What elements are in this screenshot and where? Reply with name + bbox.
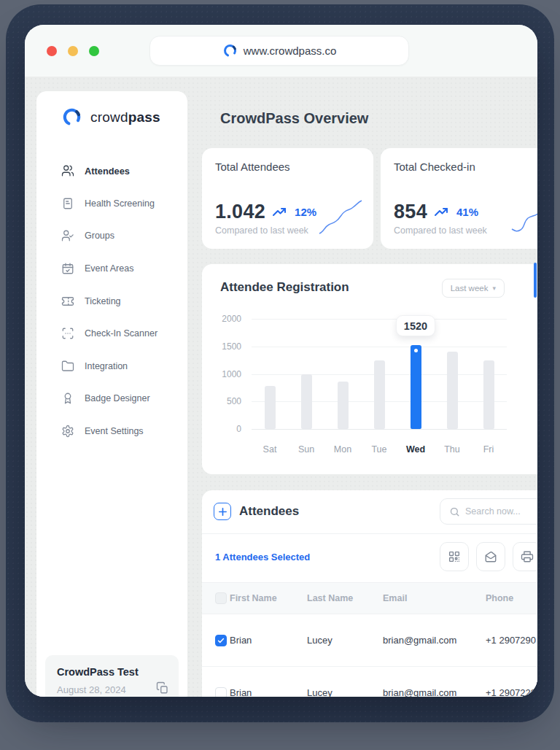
date-range-dropdown[interactable]: Last week ▾ (442, 279, 505, 298)
table-header: First NameLast NameEmailPhone (202, 582, 537, 614)
date-range-label: Last week (451, 284, 489, 293)
minimize-window-button[interactable] (68, 46, 78, 56)
ticket-icon (61, 295, 74, 308)
cell-last-name: Lucey (307, 635, 383, 646)
y-axis-tick: 0 (208, 424, 241, 434)
sidebar: crowdpass AttendeesHealth ScreeningGroup… (36, 91, 187, 697)
users-icon (61, 164, 74, 177)
x-axis-label: Mon (324, 444, 362, 455)
gridline (252, 429, 507, 430)
sidebar-item-label: Event Settings (85, 426, 144, 436)
sidebar-item-event-areas[interactable]: Event Areas (36, 252, 187, 285)
crowdpass-logo-icon (61, 107, 82, 128)
maximize-window-button[interactable] (89, 46, 99, 56)
row-checkbox[interactable] (215, 635, 227, 646)
sidebar-item-health-screening[interactable]: Health Screening (36, 188, 187, 220)
app-logo-text: crowdpass (90, 109, 160, 125)
table-row[interactable]: BrianLuceybrian@gmail.com+1 2907290 (202, 614, 537, 667)
sidebar-item-ticketing[interactable]: Ticketing (36, 285, 187, 317)
sidebar-item-badge-designer[interactable]: Badge Designer (36, 382, 187, 415)
envelope-icon (484, 550, 497, 563)
bar-thu[interactable] (447, 352, 458, 429)
bar-fri[interactable] (483, 360, 494, 429)
bar-sat[interactable] (265, 386, 276, 429)
sidebar-item-integration[interactable]: Integration (36, 350, 187, 383)
email-button[interactable] (476, 542, 505, 571)
print-button[interactable] (513, 542, 537, 571)
url-text: www.crowdpass.co (244, 45, 337, 57)
cell-first-name: Brian (230, 687, 307, 697)
window-controls (47, 46, 99, 56)
selected-count-link[interactable]: 1 Attendees Selected (215, 552, 310, 562)
sidebar-item-attendees[interactable]: Attendees (36, 155, 187, 188)
stat-change: 12% (295, 206, 316, 218)
stat-card-total-checked-in: Total Checked-in 854 41% Compared to las… (381, 148, 537, 249)
close-window-button[interactable] (47, 46, 57, 56)
stat-subtitle: Compared to last week (394, 225, 487, 236)
y-axis-tick: 500 (208, 396, 241, 406)
bar-tue[interactable] (374, 360, 385, 429)
sidebar-item-groups[interactable]: Groups (36, 220, 187, 252)
sidebar-item-label: Integration (85, 361, 128, 371)
page-title: CrowdPass Overview (220, 110, 368, 127)
address-bar[interactable]: www.crowdpass.co (149, 36, 409, 66)
x-axis-label: Tue (360, 444, 398, 455)
browser-topbar: www.crowdpass.co (25, 25, 537, 77)
select-all-checkbox[interactable] (215, 592, 227, 604)
sidebar-item-label: Check-In Scanner (85, 328, 158, 339)
stat-title: Total Checked-in (394, 161, 537, 173)
attendee-registration-card: Attendee Registration Last week ▾ 200015… (202, 264, 537, 474)
app-logo: crowdpass (61, 107, 160, 128)
sidebar-item-label: Attendees (85, 166, 130, 177)
stat-value: 854 (394, 201, 427, 223)
chart-tooltip: 1520 (396, 315, 435, 336)
qr-code-icon (448, 550, 461, 563)
qr-code-button[interactable] (440, 542, 469, 571)
bar-mon[interactable] (338, 382, 349, 429)
bar-sun[interactable] (301, 374, 312, 430)
gridline (252, 319, 507, 320)
row-checkbox[interactable] (215, 687, 227, 697)
sidebar-item-label: Ticketing (85, 296, 121, 306)
sidebar-item-check-in-scanner[interactable]: Check-In Scanner (36, 317, 187, 350)
crowdpass-logo-icon (222, 43, 238, 58)
event-switcher-card[interactable]: CrowdPass Test August 28, 2024 (45, 655, 179, 697)
attendees-card: Attendees 1 Attendees Selected (202, 490, 537, 697)
add-attendee-button[interactable] (214, 503, 231, 520)
scanner-icon (61, 327, 74, 340)
printer-icon (521, 550, 534, 563)
browser-window: www.crowdpass.co crowdpass AttendeesHeal… (25, 25, 537, 697)
folder-icon (61, 360, 74, 373)
chart-title: Attendee Registration (220, 280, 349, 295)
bar-wed[interactable] (411, 345, 421, 429)
column-header-first-name: First Name (230, 593, 307, 603)
badge-icon (61, 392, 74, 405)
trend-up-icon (272, 206, 288, 217)
calendar-icon (61, 262, 74, 275)
attendees-title: Attendees (239, 504, 299, 519)
stat-title: Total Attendees (215, 161, 360, 173)
cell-last-name: Lucey (307, 687, 383, 697)
sidebar-item-event-settings[interactable]: Event Settings (36, 415, 187, 448)
scrollbar-thumb[interactable] (534, 263, 537, 298)
highlight-marker (412, 347, 420, 355)
stat-card-total-attendees: Total Attendees 1.042 12% Compared to la… (202, 148, 373, 249)
document-icon (61, 197, 74, 210)
stat-subtitle: Compared to last week (215, 225, 308, 236)
attendees-search (440, 498, 537, 525)
trend-up-icon (434, 206, 450, 217)
sidebar-item-label: Health Screening (85, 198, 155, 209)
stat-change: 41% (456, 206, 478, 218)
x-axis-label: Sat (251, 444, 289, 455)
search-icon (449, 506, 460, 517)
divider (202, 533, 537, 534)
gear-icon (61, 425, 74, 438)
copy-icon[interactable] (156, 681, 169, 695)
cell-first-name: Brian (230, 635, 307, 646)
main-area: CrowdPass Overview Total Attendees 1.042… (202, 77, 537, 697)
user-check-icon (61, 229, 74, 242)
sidebar-nav: AttendeesHealth ScreeningGroupsEvent Are… (36, 155, 187, 447)
x-axis-label: Thu (433, 444, 471, 455)
table-row[interactable]: BrianLuceybrian@gmail.com+1 2907229 (202, 667, 537, 697)
column-header-last-name: Last Name (307, 593, 383, 603)
